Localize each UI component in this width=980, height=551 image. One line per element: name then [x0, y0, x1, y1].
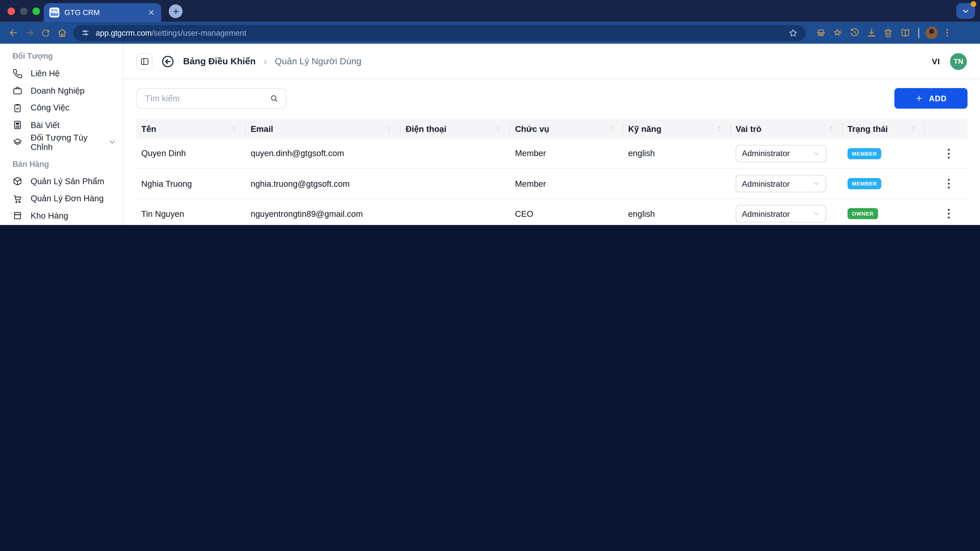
zoom-window-button[interactable] — [32, 7, 40, 14]
status-badge: MEMBER — [848, 148, 881, 159]
clipboard-check-icon — [13, 103, 22, 113]
page-header: Bảng Điều Khiển › Quản Lý Người Dùng VI … — [123, 44, 980, 79]
screen: GTG CRM GTG CRM app.gtgcrm.com/settings/… — [0, 0, 980, 225]
column-header-skills[interactable]: Kỹ năng — [623, 119, 731, 139]
row-menu-icon[interactable] — [942, 177, 956, 191]
language-selector[interactable]: VI — [932, 57, 940, 66]
back-button[interactable] — [5, 25, 21, 41]
sort-icon — [386, 125, 393, 133]
trash-icon[interactable] — [881, 25, 896, 40]
role-select[interactable]: Administrator — [735, 205, 826, 223]
plus-icon — [915, 94, 923, 103]
sidebar-item-quan-ly-don-hang[interactable]: Quản Lý Đơn Hàng — [0, 190, 123, 207]
sidebar-item-doi-tuong-tuy-chinh[interactable]: Đối Tượng Tùy Chỉnh — [0, 134, 123, 151]
column-header-name[interactable]: Tên — [136, 119, 246, 139]
sidebar-item-cong-viec[interactable]: Công Việc — [0, 99, 123, 116]
sort-icon — [608, 125, 615, 133]
forward-button[interactable] — [21, 25, 38, 41]
url-text: app.gtgcrm.com/settings/user-management — [96, 28, 246, 37]
close-window-button[interactable] — [7, 7, 15, 14]
browser-toolbar: app.gtgcrm.com/settings/user-management — [0, 22, 980, 44]
sort-icon — [495, 125, 502, 133]
back-circle-button[interactable] — [161, 54, 175, 68]
table-row[interactable]: Nghia Truong nghia.truong@gtgsoft.com Me… — [136, 169, 967, 199]
chevron-down-icon — [961, 6, 970, 15]
search-box[interactable] — [136, 88, 286, 109]
sort-icon — [716, 125, 722, 133]
address-bar[interactable]: app.gtgcrm.com/settings/user-management — [73, 25, 806, 41]
column-header-phone[interactable]: Điện thoại — [401, 119, 510, 139]
store-icon — [13, 211, 22, 221]
role-select[interactable]: Administrator — [735, 175, 826, 192]
sidebar-item-kenh-ban-hang[interactable]: Kênh Bán Hàng — [0, 224, 123, 225]
sidebar: Đối Tượng Liên Hệ Doanh Nghiệp Công Việc… — [0, 44, 123, 225]
sidebar-item-quan-ly-san-pham[interactable]: Quản Lý Sản Phẩm — [0, 173, 123, 190]
chevron-down-icon — [108, 138, 116, 146]
window-controls[interactable] — [7, 7, 40, 14]
row-menu-icon[interactable] — [942, 207, 956, 221]
browser-tab[interactable]: GTG CRM GTG CRM — [44, 3, 161, 22]
chevron-down-icon — [813, 180, 820, 187]
browser-tabbar: GTG CRM GTG CRM — [0, 0, 980, 22]
article-icon — [13, 120, 22, 130]
panel-icon — [140, 57, 149, 66]
sort-icon — [231, 125, 238, 133]
favicon: GTG CRM — [49, 7, 59, 17]
minimize-window-button[interactable] — [20, 7, 27, 14]
column-header-status[interactable]: Trạng thái — [842, 119, 925, 139]
table-row[interactable]: Tin Nguyen nguyentrongtin89@gmail.com CE… — [136, 199, 967, 225]
breadcrumb-root[interactable]: Bảng Điều Khiển — [183, 56, 256, 66]
reload-button[interactable] — [38, 25, 54, 41]
sidebar-item-doanh-nghiep[interactable]: Doanh Nghiệp — [0, 82, 123, 99]
sidebar-section-heading: Bán Hàng — [0, 159, 123, 169]
close-tab-icon[interactable] — [147, 8, 156, 17]
column-header-actions — [925, 119, 967, 139]
status-badge: MEMBER — [848, 178, 881, 189]
table-header: Tên Email Điện thoại Chức vụ Kỹ năng Vai… — [136, 119, 967, 139]
site-settings-icon[interactable] — [81, 28, 90, 38]
table-row[interactable]: Quyen Dinh quyen.dinh@gtgsoft.com Member… — [136, 139, 967, 169]
new-tab-button[interactable] — [169, 4, 183, 18]
phone-icon — [13, 68, 22, 79]
extensions-row — [813, 25, 955, 40]
home-button[interactable] — [54, 25, 70, 41]
browser-menu-icon[interactable] — [940, 25, 955, 40]
breadcrumb-current: Quản Lý Người Dùng — [275, 56, 361, 66]
add-button[interactable]: ADD — [894, 88, 967, 109]
browser-profile-avatar[interactable] — [924, 26, 938, 39]
download-icon[interactable] — [864, 25, 879, 40]
reading-list-icon[interactable] — [897, 25, 913, 40]
toolbar-divider — [918, 28, 919, 38]
plus-icon — [172, 7, 180, 15]
cube-icon — [13, 176, 22, 186]
user-table: Tên Email Điện thoại Chức vụ Kỹ năng Vai… — [136, 119, 967, 225]
cart-icon — [13, 194, 22, 203]
sidebar-item-kho-hang[interactable]: Kho Hàng — [0, 207, 123, 224]
sidebar-item-bai-viet[interactable]: Bài Viết — [0, 117, 123, 134]
column-header-email[interactable]: Email — [245, 119, 401, 139]
column-header-role[interactable]: Vai trò — [731, 119, 842, 139]
briefcase-icon — [13, 86, 22, 96]
bookmark-star-icon[interactable] — [788, 28, 798, 38]
sidebar-section-heading: Đối Tượng — [0, 51, 123, 61]
layers-icon — [13, 137, 22, 147]
incognito-icon[interactable] — [813, 25, 828, 40]
chevron-down-icon — [813, 210, 820, 218]
search-icon — [269, 94, 279, 103]
status-badge: OWNER — [848, 208, 878, 220]
role-select[interactable]: Administrator — [735, 144, 826, 162]
sidebar-toggle-button[interactable] — [136, 53, 153, 69]
user-avatar[interactable]: TN — [950, 53, 967, 70]
tab-title: GTG CRM — [64, 8, 147, 17]
sidebar-item-lien-he[interactable]: Liên Hệ — [0, 65, 123, 82]
column-header-position[interactable]: Chức vụ — [510, 119, 623, 139]
sort-icon — [910, 125, 917, 133]
notification-dot — [970, 1, 976, 7]
star-sparkle-icon[interactable] — [830, 25, 845, 40]
chevron-down-icon — [813, 150, 820, 157]
history-icon[interactable] — [847, 25, 862, 40]
search-input[interactable] — [144, 93, 269, 104]
sort-icon — [827, 125, 834, 133]
row-menu-icon[interactable] — [942, 147, 956, 160]
breadcrumb-separator: › — [264, 56, 267, 66]
